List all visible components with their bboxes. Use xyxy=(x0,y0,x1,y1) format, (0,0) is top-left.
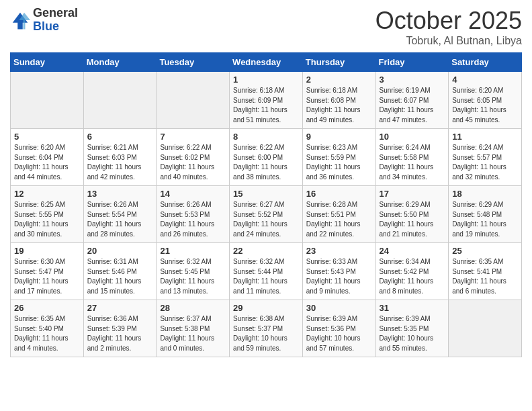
calendar-cell: 16Sunrise: 6:28 AM Sunset: 5:51 PM Dayli… xyxy=(302,186,375,243)
day-number: 2 xyxy=(306,75,372,85)
day-info: Sunrise: 6:29 AM Sunset: 5:48 PM Dayligh… xyxy=(452,200,518,239)
calendar-cell: 28Sunrise: 6:37 AM Sunset: 5:38 PM Dayli… xyxy=(157,300,230,357)
day-info: Sunrise: 6:35 AM Sunset: 5:40 PM Dayligh… xyxy=(14,314,80,353)
logo-general-text: General xyxy=(33,7,78,20)
day-info: Sunrise: 6:23 AM Sunset: 5:59 PM Dayligh… xyxy=(306,143,372,182)
day-info: Sunrise: 6:29 AM Sunset: 5:50 PM Dayligh… xyxy=(380,200,445,239)
day-info: Sunrise: 6:18 AM Sunset: 6:08 PM Dayligh… xyxy=(306,86,372,125)
calendar-cell: 6Sunrise: 6:21 AM Sunset: 6:03 PM Daylig… xyxy=(83,129,157,186)
day-number: 5 xyxy=(14,132,80,142)
calendar-week-row: 5Sunrise: 6:20 AM Sunset: 6:04 PM Daylig… xyxy=(11,129,522,186)
calendar-cell: 24Sunrise: 6:34 AM Sunset: 5:42 PM Dayli… xyxy=(375,243,449,300)
day-number: 17 xyxy=(380,189,445,199)
calendar-cell: 14Sunrise: 6:26 AM Sunset: 5:53 PM Dayli… xyxy=(157,186,230,243)
calendar-cell xyxy=(157,72,230,129)
day-number: 23 xyxy=(306,246,372,256)
day-number: 29 xyxy=(233,303,299,313)
day-info: Sunrise: 6:30 AM Sunset: 5:47 PM Dayligh… xyxy=(14,257,80,296)
weekday-header: Friday xyxy=(375,53,449,72)
day-number: 30 xyxy=(306,303,372,313)
day-info: Sunrise: 6:19 AM Sunset: 6:07 PM Dayligh… xyxy=(380,86,445,125)
day-info: Sunrise: 6:37 AM Sunset: 5:38 PM Dayligh… xyxy=(160,314,226,353)
day-number: 21 xyxy=(160,246,226,256)
day-info: Sunrise: 6:36 AM Sunset: 5:39 PM Dayligh… xyxy=(87,314,153,353)
day-info: Sunrise: 6:34 AM Sunset: 5:42 PM Dayligh… xyxy=(380,257,445,296)
day-info: Sunrise: 6:32 AM Sunset: 5:44 PM Dayligh… xyxy=(233,257,299,296)
day-info: Sunrise: 6:20 AM Sunset: 6:05 PM Dayligh… xyxy=(452,86,518,125)
calendar-cell: 31Sunrise: 6:39 AM Sunset: 5:35 PM Dayli… xyxy=(375,300,449,357)
calendar-cell: 8Sunrise: 6:22 AM Sunset: 6:00 PM Daylig… xyxy=(230,129,303,186)
weekday-header: Sunday xyxy=(11,53,84,72)
day-info: Sunrise: 6:22 AM Sunset: 6:00 PM Dayligh… xyxy=(233,143,299,182)
calendar-week-row: 26Sunrise: 6:35 AM Sunset: 5:40 PM Dayli… xyxy=(11,300,522,357)
day-number: 16 xyxy=(306,189,372,199)
weekday-header: Thursday xyxy=(302,53,375,72)
logo-icon xyxy=(10,10,30,30)
day-number: 9 xyxy=(306,132,372,142)
calendar-cell: 15Sunrise: 6:27 AM Sunset: 5:52 PM Dayli… xyxy=(230,186,303,243)
calendar-cell: 12Sunrise: 6:25 AM Sunset: 5:55 PM Dayli… xyxy=(11,186,84,243)
calendar-cell: 1Sunrise: 6:18 AM Sunset: 6:09 PM Daylig… xyxy=(230,72,303,129)
calendar-cell xyxy=(11,72,84,129)
day-info: Sunrise: 6:26 AM Sunset: 5:54 PM Dayligh… xyxy=(87,200,153,239)
day-info: Sunrise: 6:25 AM Sunset: 5:55 PM Dayligh… xyxy=(14,200,80,239)
calendar-cell: 30Sunrise: 6:39 AM Sunset: 5:36 PM Dayli… xyxy=(302,300,375,357)
day-number: 1 xyxy=(233,75,299,85)
day-number: 12 xyxy=(14,189,80,199)
day-info: Sunrise: 6:26 AM Sunset: 5:53 PM Dayligh… xyxy=(160,200,226,239)
calendar-cell: 23Sunrise: 6:33 AM Sunset: 5:43 PM Dayli… xyxy=(302,243,375,300)
day-number: 13 xyxy=(87,189,153,199)
day-number: 19 xyxy=(14,246,80,256)
calendar-cell: 29Sunrise: 6:38 AM Sunset: 5:37 PM Dayli… xyxy=(230,300,303,357)
day-info: Sunrise: 6:24 AM Sunset: 5:57 PM Dayligh… xyxy=(452,143,518,182)
day-number: 25 xyxy=(452,246,518,256)
calendar-cell: 22Sunrise: 6:32 AM Sunset: 5:44 PM Dayli… xyxy=(230,243,303,300)
day-number: 22 xyxy=(233,246,299,256)
calendar-cell: 11Sunrise: 6:24 AM Sunset: 5:57 PM Dayli… xyxy=(449,129,522,186)
page-header: General Blue October 2025 Tobruk, Al But… xyxy=(10,7,522,47)
day-number: 28 xyxy=(160,303,226,313)
day-number: 27 xyxy=(87,303,153,313)
day-info: Sunrise: 6:27 AM Sunset: 5:52 PM Dayligh… xyxy=(233,200,299,239)
day-info: Sunrise: 6:31 AM Sunset: 5:46 PM Dayligh… xyxy=(87,257,153,296)
calendar-cell: 27Sunrise: 6:36 AM Sunset: 5:39 PM Dayli… xyxy=(83,300,157,357)
calendar-cell xyxy=(83,72,157,129)
weekday-header: Wednesday xyxy=(230,53,303,72)
location-title: Tobruk, Al Butnan, Libya xyxy=(375,35,522,47)
calendar-cell: 17Sunrise: 6:29 AM Sunset: 5:50 PM Dayli… xyxy=(375,186,449,243)
weekday-header-row: SundayMondayTuesdayWednesdayThursdayFrid… xyxy=(11,53,522,72)
logo: General Blue xyxy=(10,7,78,34)
day-info: Sunrise: 6:28 AM Sunset: 5:51 PM Dayligh… xyxy=(306,200,372,239)
day-info: Sunrise: 6:38 AM Sunset: 5:37 PM Dayligh… xyxy=(233,314,299,353)
day-number: 18 xyxy=(452,189,518,199)
day-number: 8 xyxy=(233,132,299,142)
title-block: October 2025 Tobruk, Al Butnan, Libya xyxy=(375,7,522,47)
calendar-cell: 4Sunrise: 6:20 AM Sunset: 6:05 PM Daylig… xyxy=(449,72,522,129)
day-number: 4 xyxy=(452,75,518,85)
calendar-cell: 7Sunrise: 6:22 AM Sunset: 6:02 PM Daylig… xyxy=(157,129,230,186)
calendar-cell: 21Sunrise: 6:32 AM Sunset: 5:45 PM Dayli… xyxy=(157,243,230,300)
calendar-cell: 20Sunrise: 6:31 AM Sunset: 5:46 PM Dayli… xyxy=(83,243,157,300)
calendar-cell: 2Sunrise: 6:18 AM Sunset: 6:08 PM Daylig… xyxy=(302,72,375,129)
day-number: 20 xyxy=(87,246,153,256)
calendar-cell xyxy=(449,300,522,357)
logo-text: General Blue xyxy=(33,7,78,34)
weekday-header: Monday xyxy=(83,53,157,72)
calendar-cell: 13Sunrise: 6:26 AM Sunset: 5:54 PM Dayli… xyxy=(83,186,157,243)
day-info: Sunrise: 6:35 AM Sunset: 5:41 PM Dayligh… xyxy=(452,257,518,296)
day-info: Sunrise: 6:18 AM Sunset: 6:09 PM Dayligh… xyxy=(233,86,299,125)
calendar-cell: 3Sunrise: 6:19 AM Sunset: 6:07 PM Daylig… xyxy=(375,72,449,129)
calendar-cell: 5Sunrise: 6:20 AM Sunset: 6:04 PM Daylig… xyxy=(11,129,84,186)
day-info: Sunrise: 6:33 AM Sunset: 5:43 PM Dayligh… xyxy=(306,257,372,296)
day-info: Sunrise: 6:21 AM Sunset: 6:03 PM Dayligh… xyxy=(87,143,153,182)
calendar-cell: 10Sunrise: 6:24 AM Sunset: 5:58 PM Dayli… xyxy=(375,129,449,186)
calendar-cell: 9Sunrise: 6:23 AM Sunset: 5:59 PM Daylig… xyxy=(302,129,375,186)
day-number: 11 xyxy=(452,132,518,142)
day-info: Sunrise: 6:24 AM Sunset: 5:58 PM Dayligh… xyxy=(380,143,445,182)
calendar-cell: 18Sunrise: 6:29 AM Sunset: 5:48 PM Dayli… xyxy=(449,186,522,243)
day-info: Sunrise: 6:32 AM Sunset: 5:45 PM Dayligh… xyxy=(160,257,226,296)
calendar-cell: 25Sunrise: 6:35 AM Sunset: 5:41 PM Dayli… xyxy=(449,243,522,300)
month-title: October 2025 xyxy=(375,7,522,35)
weekday-header: Tuesday xyxy=(157,53,230,72)
day-info: Sunrise: 6:39 AM Sunset: 5:35 PM Dayligh… xyxy=(380,314,445,353)
